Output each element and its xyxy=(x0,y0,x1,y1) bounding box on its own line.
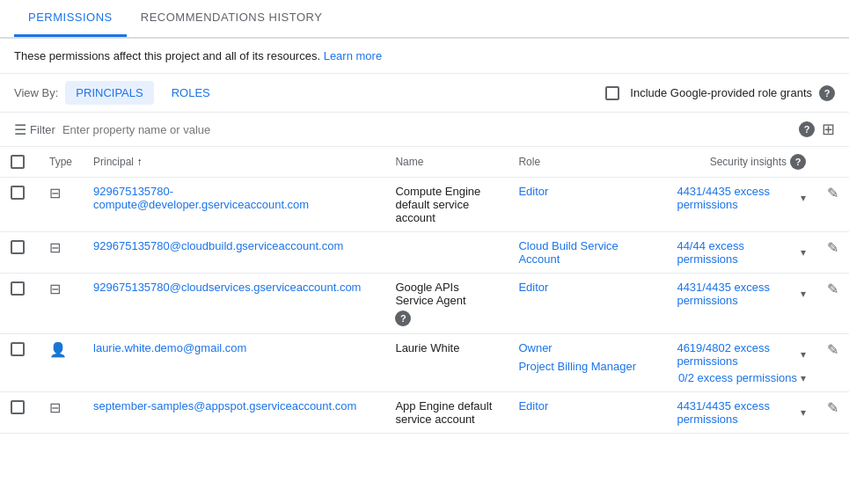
th-principal[interactable]: Principal ↑ xyxy=(83,147,384,178)
security-dropdown-icon[interactable]: ▾ xyxy=(801,372,806,384)
service-account-icon: ⊟ xyxy=(49,240,61,255)
table-row: ⊟ 929675135780@cloudservices.gserviceacc… xyxy=(0,274,849,334)
name-help-icon[interactable]: ? xyxy=(395,310,411,326)
td-type: ⊟ xyxy=(39,232,83,274)
filter-right: ? ⊞ xyxy=(799,120,835,139)
tab-permissions[interactable]: PERMISSIONS xyxy=(14,0,127,37)
th-role: Role xyxy=(508,147,666,178)
google-role-label: Include Google-provided role grants xyxy=(630,86,812,99)
td-checkbox xyxy=(0,334,39,392)
view-principals-button[interactable]: PRINCIPALS xyxy=(65,81,153,105)
td-name: Compute Engine default service account xyxy=(384,178,508,232)
table-row: 👤 laurie.white.demo@gmail.com Laurie Whi… xyxy=(0,334,849,392)
td-type: ⊟ xyxy=(39,274,83,334)
table-header-row: Type Principal ↑ Name Role Security insi… xyxy=(0,147,849,178)
security-dropdown-icon[interactable]: ▾ xyxy=(801,192,806,204)
edit-icon[interactable]: ✎ xyxy=(827,240,838,255)
view-roles-button[interactable]: ROLES xyxy=(161,81,221,105)
view-by-left: View By: PRINCIPALS ROLES xyxy=(14,81,221,105)
name-text: Compute Engine default service account xyxy=(395,185,480,224)
td-security: 4431/4435 excess permissions ▾ xyxy=(666,178,816,232)
role-link[interactable]: Editor xyxy=(518,185,548,198)
principal-link[interactable]: 929675135780-compute@developer.gservicea… xyxy=(93,185,309,211)
tabs-container: PERMISSIONS RECOMMENDATIONS HISTORY xyxy=(0,0,849,39)
th-security-label: Security insights xyxy=(710,156,787,168)
td-principal: 929675135780@cloudbuild.gserviceaccount.… xyxy=(83,232,384,274)
td-security: 4619/4802 excess permissions ▾ 0/2 exces… xyxy=(666,334,816,392)
td-principal: september-samples@appspot.gserviceaccoun… xyxy=(83,392,384,434)
principal-link[interactable]: 929675135780@cloudbuild.gserviceaccount.… xyxy=(93,239,343,252)
td-edit: ✎ xyxy=(816,274,849,334)
security-link[interactable]: 4431/4435 excess permissions xyxy=(677,399,797,426)
principal-link[interactable]: laurie.white.demo@gmail.com xyxy=(93,341,246,354)
tab-bar: PERMISSIONS RECOMMENDATIONS HISTORY xyxy=(0,0,849,39)
th-principal-label: Principal xyxy=(93,156,134,168)
td-checkbox xyxy=(0,274,39,334)
name-text: App Engine default service account xyxy=(395,399,492,426)
filter-label: Filter xyxy=(30,123,55,136)
columns-icon[interactable]: ⊞ xyxy=(822,120,835,139)
td-principal: 929675135780-compute@developer.gservicea… xyxy=(83,178,384,232)
role-link[interactable]: Editor xyxy=(518,281,548,294)
security-link[interactable]: 44/44 excess permissions xyxy=(677,239,797,266)
security-link[interactable]: 4431/4435 excess permissions xyxy=(677,281,797,307)
filter-icon-area: ☰ Filter xyxy=(14,121,55,138)
td-principal: 929675135780@cloudservices.gserviceaccou… xyxy=(83,274,384,334)
name-text: Laurie White xyxy=(395,341,459,354)
filter-help-icon[interactable]: ? xyxy=(799,121,815,137)
select-all-checkbox[interactable] xyxy=(11,155,25,169)
principal-link[interactable]: september-samples@appspot.gserviceaccoun… xyxy=(93,399,356,413)
td-name: Laurie White xyxy=(384,334,508,392)
role-link-owner[interactable]: Owner xyxy=(518,341,552,354)
td-role: Editor xyxy=(508,392,666,434)
row5-checkbox[interactable] xyxy=(11,400,25,414)
role-link[interactable]: Editor xyxy=(518,399,548,413)
edit-icon[interactable]: ✎ xyxy=(827,186,838,201)
table-row: ⊟ september-samples@appspot.gserviceacco… xyxy=(0,392,849,434)
service-account-icon: ⊟ xyxy=(49,281,61,296)
security-link-owner[interactable]: 4619/4802 excess permissions xyxy=(677,341,797,368)
table-container: Type Principal ↑ Name Role Security insi… xyxy=(0,147,849,434)
google-role-checkbox[interactable] xyxy=(605,86,619,100)
th-security: Security insights ? xyxy=(666,147,816,178)
td-edit: ✎ xyxy=(816,232,849,274)
td-edit: ✎ xyxy=(816,334,849,392)
security-dropdown-icon[interactable]: ▾ xyxy=(801,348,806,361)
learn-more-link[interactable]: Learn more xyxy=(324,49,382,62)
edit-icon[interactable]: ✎ xyxy=(827,342,838,357)
sort-arrow-icon: ↑ xyxy=(136,156,142,168)
row2-checkbox[interactable] xyxy=(11,240,25,254)
role-link-billing[interactable]: Project Billing Manager xyxy=(518,360,636,373)
principal-link[interactable]: 929675135780@cloudservices.gserviceaccou… xyxy=(93,281,361,294)
service-account-icon: ⊟ xyxy=(49,400,61,415)
td-name xyxy=(384,232,508,274)
td-security: 44/44 excess permissions ▾ xyxy=(666,232,816,274)
row4-checkbox[interactable] xyxy=(11,342,25,356)
row1-checkbox[interactable] xyxy=(11,186,25,200)
security-dropdown-icon[interactable]: ▾ xyxy=(801,288,806,300)
td-type: ⊟ xyxy=(39,178,83,232)
td-principal: laurie.white.demo@gmail.com xyxy=(83,334,384,392)
tab-recommendations[interactable]: RECOMMENDATIONS HISTORY xyxy=(127,0,337,37)
security-dropdown-icon[interactable]: ▾ xyxy=(801,246,806,259)
security-link[interactable]: 4431/4435 excess permissions xyxy=(677,185,797,211)
edit-icon[interactable]: ✎ xyxy=(827,281,838,296)
security-help-icon[interactable]: ? xyxy=(790,154,806,170)
td-name: Google APIs Service Agent ? xyxy=(384,274,508,334)
view-by-bar: View By: PRINCIPALS ROLES Include Google… xyxy=(0,74,849,113)
security-link-billing[interactable]: 0/2 excess permissions xyxy=(678,371,797,384)
td-role: Cloud Build Service Account xyxy=(508,232,666,274)
filter-input[interactable] xyxy=(62,123,792,136)
th-name: Name xyxy=(384,147,508,178)
edit-icon[interactable]: ✎ xyxy=(827,400,838,415)
role-link[interactable]: Cloud Build Service Account xyxy=(518,239,618,266)
permissions-table: Type Principal ↑ Name Role Security insi… xyxy=(0,147,849,434)
table-row: ⊟ 929675135780@cloudbuild.gserviceaccoun… xyxy=(0,232,849,274)
th-type: Type xyxy=(39,147,83,178)
table-row: ⊟ 929675135780-compute@developer.gservic… xyxy=(0,178,849,232)
google-role-help-icon[interactable]: ? xyxy=(819,85,835,101)
security-dropdown-icon[interactable]: ▾ xyxy=(801,406,806,419)
row3-checkbox[interactable] xyxy=(11,281,25,296)
service-account-icon: ⊟ xyxy=(49,186,61,201)
view-by-label: View By: xyxy=(14,86,58,99)
